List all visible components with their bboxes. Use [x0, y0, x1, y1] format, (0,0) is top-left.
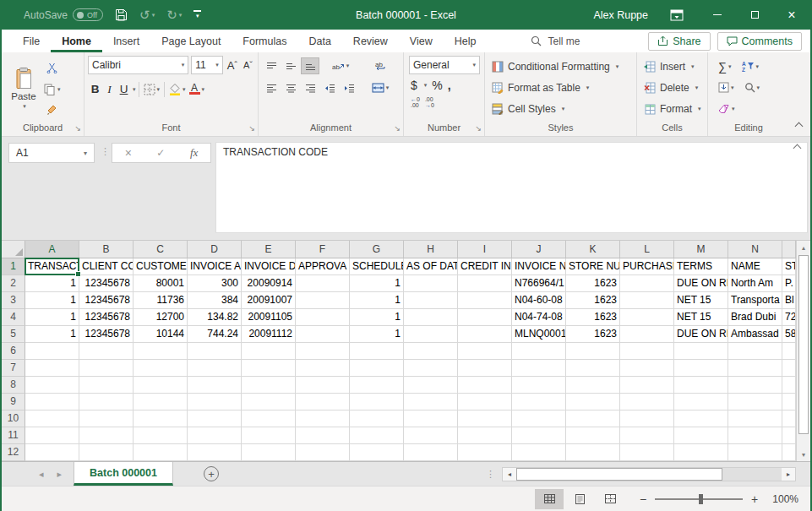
- cell[interactable]: [296, 275, 350, 292]
- cell[interactable]: [404, 410, 458, 427]
- cell[interactable]: DUE ON RECEIPT: [674, 326, 728, 343]
- merge-center-button[interactable]: ▾: [367, 79, 394, 96]
- cell[interactable]: [728, 360, 782, 377]
- cell[interactable]: 12700: [134, 309, 188, 326]
- share-button[interactable]: Share: [648, 32, 710, 51]
- cell[interactable]: [674, 410, 728, 427]
- cell[interactable]: [620, 360, 674, 377]
- formula-bar-input[interactable]: TRANSACTION CODE: [215, 142, 808, 233]
- cell[interactable]: [350, 360, 404, 377]
- cell[interactable]: [242, 427, 296, 444]
- cell[interactable]: NET 15: [674, 292, 728, 309]
- cell[interactable]: [620, 444, 674, 461]
- cell[interactable]: 1623: [566, 275, 620, 292]
- column-header-D[interactable]: D: [188, 241, 242, 258]
- cell[interactable]: [188, 394, 242, 410]
- cell[interactable]: [674, 427, 728, 444]
- row-header-9[interactable]: 9: [2, 394, 25, 410]
- cell[interactable]: TERMS: [674, 258, 728, 275]
- cell[interactable]: 1: [25, 292, 79, 309]
- insert-function-icon[interactable]: fx: [190, 146, 198, 160]
- cell[interactable]: [728, 444, 782, 461]
- scroll-down-icon[interactable]: ▾: [797, 448, 810, 461]
- cell[interactable]: [134, 360, 188, 377]
- cell[interactable]: [296, 360, 350, 377]
- font-size-select[interactable]: 11▾: [191, 56, 222, 74]
- cell[interactable]: NET 15: [674, 309, 728, 326]
- cell[interactable]: [674, 343, 728, 360]
- cell[interactable]: [458, 444, 512, 461]
- enter-icon[interactable]: ✓: [156, 147, 165, 159]
- cell[interactable]: N766964/1: [512, 275, 566, 292]
- cell[interactable]: [134, 377, 188, 394]
- cell[interactable]: [566, 360, 620, 377]
- minimize-button[interactable]: [699, 0, 736, 30]
- cell[interactable]: [296, 377, 350, 394]
- tab-review[interactable]: Review: [342, 30, 399, 52]
- cell[interactable]: [188, 343, 242, 360]
- scroll-up-icon[interactable]: ▴: [797, 241, 810, 254]
- cell[interactable]: N04-60-08: [512, 292, 566, 309]
- cell[interactable]: [728, 427, 782, 444]
- cell[interactable]: SCHEDULE: [350, 258, 404, 275]
- cell[interactable]: [458, 292, 512, 309]
- row-header-8[interactable]: 8: [2, 377, 25, 394]
- cell[interactable]: 11736: [134, 292, 188, 309]
- cell[interactable]: CUSTOMER: [134, 258, 188, 275]
- new-sheet-button[interactable]: +: [204, 466, 219, 481]
- cell[interactable]: [350, 394, 404, 410]
- scroll-right-icon[interactable]: ▸: [782, 468, 795, 481]
- cell[interactable]: [350, 343, 404, 360]
- underline-button[interactable]: U: [117, 80, 131, 98]
- font-dialog-launcher[interactable]: ↘: [248, 122, 255, 134]
- zoom-in-button[interactable]: +: [749, 492, 760, 506]
- vertical-scrollbar[interactable]: ▴ ▾: [796, 241, 810, 461]
- number-format-select[interactable]: General▾: [409, 56, 480, 74]
- cell[interactable]: N04-74-08: [512, 309, 566, 326]
- cell[interactable]: [620, 292, 674, 309]
- conditional-formatting-button[interactable]: Conditional Formatting ▾: [488, 56, 633, 77]
- cell[interactable]: [188, 427, 242, 444]
- cell[interactable]: [512, 427, 566, 444]
- horizontal-scroll-thumb[interactable]: [516, 468, 722, 481]
- cell[interactable]: [620, 309, 674, 326]
- tab-page-layout[interactable]: Page Layout: [150, 30, 232, 52]
- font-color-button[interactable]: A ▾: [188, 80, 207, 98]
- bold-button[interactable]: B: [88, 80, 102, 98]
- tab-view[interactable]: View: [399, 30, 444, 52]
- cell[interactable]: [782, 444, 796, 461]
- tab-home[interactable]: Home: [51, 30, 102, 52]
- cell[interactable]: 20091007: [242, 292, 296, 309]
- cell[interactable]: [79, 427, 134, 444]
- cell[interactable]: Ambassad: [728, 326, 782, 343]
- cell[interactable]: [404, 326, 458, 343]
- cell[interactable]: [242, 410, 296, 427]
- cell[interactable]: [566, 394, 620, 410]
- decrease-indent-button[interactable]: [320, 79, 339, 96]
- number-dialog-launcher[interactable]: ↘: [475, 122, 482, 134]
- align-center-button[interactable]: [281, 79, 300, 96]
- save-button[interactable]: [115, 8, 128, 21]
- cell[interactable]: INVOICE N: [512, 258, 566, 275]
- cell[interactable]: TRANSACTION CODE: [25, 258, 79, 275]
- cell[interactable]: NAME: [728, 258, 782, 275]
- cell[interactable]: [79, 343, 134, 360]
- cell[interactable]: INVOICE D: [242, 258, 296, 275]
- clear-button[interactable]: ▾: [717, 100, 737, 117]
- cell[interactable]: [25, 394, 79, 410]
- cell[interactable]: [674, 394, 728, 410]
- cell[interactable]: [512, 360, 566, 377]
- cell[interactable]: 1: [25, 309, 79, 326]
- fill-button[interactable]: ▾: [717, 79, 736, 96]
- cell[interactable]: Brad Dubi: [728, 309, 782, 326]
- cell[interactable]: Bl: [782, 292, 796, 309]
- column-header-C[interactable]: C: [134, 241, 188, 258]
- cell[interactable]: 20090914: [242, 275, 296, 292]
- cell[interactable]: [782, 410, 796, 427]
- cell[interactable]: [458, 275, 512, 292]
- decrease-font-size-button[interactable]: Aˇ: [242, 57, 254, 74]
- cell[interactable]: [79, 377, 134, 394]
- cell[interactable]: [620, 377, 674, 394]
- name-box[interactable]: A1 ▾: [8, 143, 95, 163]
- cell[interactable]: [512, 410, 566, 427]
